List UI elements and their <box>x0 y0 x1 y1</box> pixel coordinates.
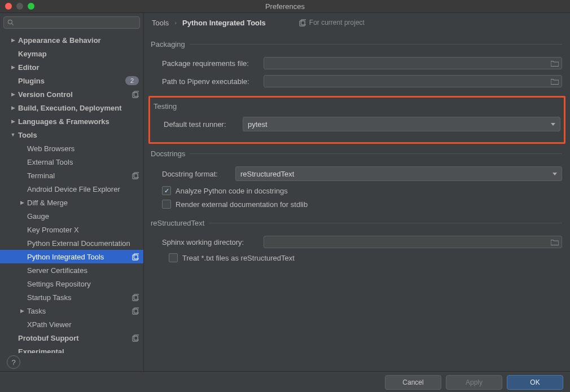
sidebar-item-label: Python External Documentation <box>27 239 139 248</box>
sidebar-item[interactable]: ▶Protobuf Support <box>0 331 143 345</box>
cancel-button[interactable]: Cancel <box>385 375 441 390</box>
docstring-format-dropdown[interactable]: reStructuredText <box>235 166 562 181</box>
sidebar-item-label: Plugins <box>18 77 123 85</box>
sidebar-item-label: Android Device File Explorer <box>27 185 139 193</box>
project-scope-icon <box>131 253 139 261</box>
sidebar-item[interactable]: ▶Key Promoter X <box>0 223 143 236</box>
sidebar-item[interactable]: ▶Python Integrated Tools <box>0 250 143 263</box>
window-close-button[interactable] <box>5 3 12 10</box>
sidebar-item[interactable]: ▶Python External Documentation <box>0 236 143 250</box>
project-scope-icon <box>131 307 139 315</box>
window-zoom-button[interactable] <box>28 3 34 10</box>
apply-button[interactable]: Apply <box>446 375 502 390</box>
sidebar-item-label: Version Control <box>18 90 129 99</box>
chevron-right-icon[interactable]: ▶ <box>10 118 16 124</box>
package-requirements-label: Package requirements file: <box>162 59 258 68</box>
sidebar-item[interactable]: ▶XPath Viewer <box>0 318 143 331</box>
treat-txt-as-rst-checkbox[interactable] <box>169 253 178 262</box>
sidebar-item-label: Key Promoter X <box>27 226 139 234</box>
preferences-tree: ▶Appearance & Behavior▶Keymap▶Editor▶Plu… <box>0 32 143 353</box>
group-restructuredtext: reStructuredText Sphinx working director… <box>152 219 562 267</box>
docstring-format-label: Docstring format: <box>162 170 230 178</box>
chevron-right-icon[interactable]: ▶ <box>10 105 16 111</box>
sidebar-item[interactable]: ▶Languages & Frameworks <box>0 114 143 128</box>
group-testing: Testing Default test runner: pytest <box>148 96 565 144</box>
project-scope-icon <box>131 294 139 301</box>
chevron-down-icon[interactable]: ▼ <box>10 132 16 138</box>
treat-txt-as-rst-label: Treat *.txt files as reStructuredText <box>182 254 295 262</box>
sidebar-item[interactable]: ▶Web Browsers <box>0 142 143 155</box>
chevron-right-icon[interactable]: ▶ <box>19 200 25 205</box>
sidebar-item-label: Editor <box>18 63 139 72</box>
project-scope-icon <box>299 19 306 27</box>
preferences-sidebar: ▶Appearance & Behavior▶Keymap▶Editor▶Plu… <box>0 13 144 371</box>
sidebar-item[interactable]: ▶Server Certificates <box>0 263 143 277</box>
sidebar-item-label: Gauge <box>27 212 139 221</box>
sidebar-item-label: Settings Repository <box>27 280 139 288</box>
sidebar-item[interactable]: ▼Tools <box>0 128 143 142</box>
window-title: Preferences <box>0 2 570 11</box>
sidebar-item[interactable]: ▶Settings Repository <box>0 277 143 290</box>
group-packaging-legend: Packaging <box>151 40 190 49</box>
group-restructuredtext-legend: reStructuredText <box>151 219 209 227</box>
sidebar-item-label: Build, Execution, Deployment <box>18 104 139 112</box>
chevron-right-icon[interactable]: ▶ <box>10 91 16 97</box>
analyze-docstrings-checkbox[interactable] <box>162 186 171 195</box>
sidebar-item[interactable]: ▶Tasks <box>0 304 143 318</box>
for-current-project-text: For current project <box>309 19 365 27</box>
pipenv-path-input[interactable] <box>264 75 562 87</box>
sidebar-item-label: Startup Tasks <box>27 293 129 302</box>
sidebar-item-label: Server Certificates <box>27 266 139 275</box>
sphinx-dir-input[interactable] <box>264 236 562 248</box>
sidebar-item[interactable]: ▶Appearance & Behavior <box>0 33 143 47</box>
group-docstrings: Docstrings Docstring format: reStructure… <box>152 149 562 213</box>
sidebar-item-label: Keymap <box>18 50 139 58</box>
sidebar-item[interactable]: ▶Plugins2 <box>0 74 143 87</box>
sidebar-item-label: Tasks <box>27 307 129 315</box>
group-packaging: Packaging Package requirements file: Pat… <box>152 40 562 93</box>
project-scope-icon <box>131 172 139 179</box>
sidebar-item[interactable]: ▶Keymap <box>0 47 143 60</box>
chevron-right-icon[interactable]: ▶ <box>10 64 16 70</box>
sidebar-item[interactable]: ▶Version Control <box>0 87 143 101</box>
group-docstrings-legend: Docstrings <box>151 149 190 158</box>
update-count-badge: 2 <box>125 76 139 85</box>
sidebar-item[interactable]: ▶Diff & Merge <box>0 196 143 209</box>
sidebar-item-label: Languages & Frameworks <box>18 117 139 126</box>
render-stdlib-doc-checkbox[interactable] <box>162 200 171 209</box>
dialog-footer: Cancel Apply OK <box>0 371 570 392</box>
sidebar-item-label: XPath Viewer <box>27 320 139 329</box>
sidebar-item-label: External Tools <box>27 158 139 166</box>
sidebar-item[interactable]: ▶Android Device File Explorer <box>0 182 143 196</box>
render-stdlib-doc-label: Render external documentation for stdlib <box>176 200 308 209</box>
for-current-project-label: For current project <box>299 19 365 27</box>
sidebar-item[interactable]: ▶Experimental <box>0 345 143 353</box>
breadcrumb-root[interactable]: Tools <box>152 19 169 27</box>
preferences-content: Tools › Python Integrated Tools For curr… <box>144 13 570 371</box>
chevron-right-icon[interactable]: ▶ <box>19 308 25 314</box>
sidebar-item[interactable]: ▶External Tools <box>0 155 143 169</box>
ok-button[interactable]: OK <box>507 375 563 390</box>
default-test-runner-dropdown[interactable]: pytest <box>243 117 560 131</box>
group-testing-legend: Testing <box>154 100 177 114</box>
project-scope-icon <box>131 91 139 98</box>
sidebar-item-label: Protobuf Support <box>18 334 129 342</box>
default-test-runner-value: pytest <box>248 120 268 129</box>
default-test-runner-label: Default test runner: <box>164 120 237 129</box>
sidebar-item-label: Web Browsers <box>27 144 139 153</box>
chevron-right-icon[interactable]: ▶ <box>10 37 16 43</box>
sidebar-item[interactable]: ▶Startup Tasks <box>0 290 143 304</box>
docstring-format-value: reStructuredText <box>240 170 294 178</box>
preferences-search-input[interactable] <box>3 16 140 29</box>
sidebar-item-label: Python Integrated Tools <box>27 253 129 261</box>
help-button[interactable]: ? <box>7 355 20 369</box>
package-requirements-input[interactable] <box>264 57 562 69</box>
sidebar-item[interactable]: ▶Editor <box>0 60 143 74</box>
sidebar-item-label: Experimental <box>18 347 139 354</box>
sidebar-item[interactable]: ▶Build, Execution, Deployment <box>0 101 143 114</box>
sidebar-item[interactable]: ▶Gauge <box>0 209 143 223</box>
sphinx-dir-label: Sphinx working directory: <box>162 238 258 246</box>
sidebar-item[interactable]: ▶Terminal <box>0 169 143 182</box>
window-minimize-button[interactable] <box>16 3 23 10</box>
titlebar: Preferences <box>0 0 570 13</box>
